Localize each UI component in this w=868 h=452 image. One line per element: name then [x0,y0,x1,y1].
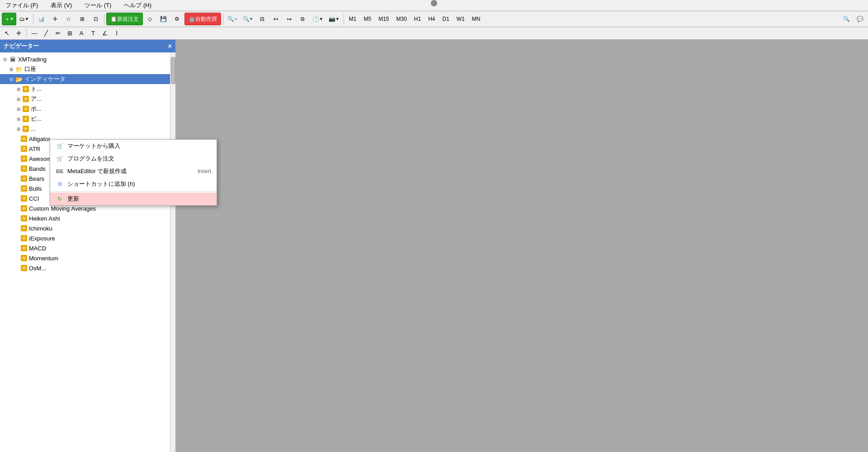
tree-indicator-osm[interactable]: ⚙ OsM... [0,263,175,273]
text-tool[interactable]: A [76,28,86,38]
fib-tool[interactable]: ⌇ [112,28,122,38]
crosshair-button[interactable]: ✛ [49,13,61,25]
copy-chart-button[interactable]: ⧉ [297,13,309,25]
pen-tool[interactable]: ✏ [53,28,63,38]
chat-button[interactable]: 💬 [854,13,866,25]
timeframe-h4[interactable]: H4 [425,14,438,24]
auto-sell-button[interactable]: 🤖 自動売買 [184,13,221,25]
settings-button[interactable]: ⚙ [171,13,184,25]
new-order-label: 新規注文 [117,15,139,23]
menu-view[interactable]: 表示 (V) [49,0,74,10]
label-tool[interactable]: T [88,28,98,38]
timeframe-d1[interactable]: D1 [439,14,453,24]
grid-button[interactable]: ⊞ [76,13,89,25]
subfolder-3-icon: ⚙ [23,116,29,122]
tree-indicators[interactable]: ⊟ 📂 インディケータ [0,74,175,84]
chart-type-button[interactable]: 📊 [35,13,48,25]
tree-accounts[interactable]: ⊞ 📁 口座 [0,64,175,74]
scroll-left-button[interactable]: ↤ [269,13,282,25]
zoom-in-button[interactable]: 🔍+ [241,13,255,25]
cursor-icon: ⊡ [94,16,98,22]
profile-button[interactable]: 🗂 ▼ [17,13,31,25]
accounts-folder-icon: 📁 [15,66,23,73]
indicator-cci-icon: ⚙ [21,195,27,202]
channel-tool[interactable]: ⊞ [65,28,75,38]
angle-tool[interactable]: ∠ [100,28,110,38]
indicator-ichimoku-icon: ⚙ [21,225,27,231]
tree-root-xmtrading[interactable]: ⊟ 🏛 XMTrading [0,54,175,64]
indicator-bears-icon: ⚙ [21,175,27,182]
subfolder-4-label: ... [31,126,36,132]
context-menu: 🛒 マーケットから購入 🛒 プログラムを注文 IDE MetaEditor で新… [50,139,217,206]
crosshair-tool[interactable]: ✛ [14,28,24,38]
add-button[interactable]: ＋ ▼ [2,13,16,25]
tree-subfolder-2[interactable]: ⊞ ⚙ ポ... [0,104,175,114]
arrow-tool[interactable]: ↖ [2,28,12,38]
indicator-iexposure-icon: ⚙ [21,235,27,241]
delete-button[interactable]: ◇ [144,13,156,25]
navigator-header: ナビゲーター × [0,40,175,52]
ctx-refresh-icon: ↻ [56,195,64,202]
tree-subfolder-3[interactable]: ⊞ ⚙ ビ... [0,114,175,124]
menu-tools[interactable]: ツール (T) [83,0,113,10]
navigator-panel: ナビゲーター × ⊟ 🏛 XMTrading ⊞ 📁 口座 ⊟ 📂 インディケー… [0,40,176,452]
tree-indicator-ichimoku[interactable]: ⚙ Ichimoku [0,223,175,233]
indicator-bulls-icon: ⚙ [21,185,27,192]
scrollbar-thumb[interactable] [171,57,175,84]
indicator-bulls-label: Bulls [29,185,42,192]
pen-icon: ✏ [56,30,61,37]
navigator-content[interactable]: ⊟ 🏛 XMTrading ⊞ 📁 口座 ⊟ 📂 インディケータ ⊞ ⚙ ト..… [0,52,175,452]
timeframe-m1[interactable]: M1 [346,14,360,24]
zoom-in-icon: 🔍+ [243,16,253,22]
timeframe-h1[interactable]: H1 [411,14,424,24]
search-button[interactable]: 🔍 [840,13,853,25]
zoom-out-icon: 🔍− [227,16,237,22]
subfolder-0-icon: ⚙ [23,86,29,92]
zoom-out-button[interactable]: 🔍− [225,13,240,25]
expand-icon-root: ⊟ [2,56,8,62]
hline-icon: — [32,30,38,37]
menu-help[interactable]: ヘルプ (H) [122,0,153,10]
ctx-order-program[interactable]: 🛒 プログラムを注文 [50,152,217,165]
indicator-atr-label: ATR [29,146,40,152]
new-order-button[interactable]: 📋 新規注文 [106,13,143,25]
ctx-add-shortcut[interactable]: ⧉ ショートカットに追加 (h) [50,178,217,190]
screenshot-button[interactable]: 📷 ▼ [326,13,342,25]
time-button[interactable]: 🕐 ▼ [310,13,326,25]
timeframe-m30[interactable]: M30 [393,14,410,24]
ctx-buy-from-market[interactable]: 🛒 マーケットから購入 [50,140,217,152]
navigator-close-button[interactable]: × [168,42,172,50]
chart-grid-button[interactable]: ⊟ [256,13,269,25]
navigator-scrollbar[interactable] [170,52,175,452]
expand-icon-indicators: ⊟ [8,76,14,82]
tree-subfolder-4[interactable]: ⊞ ⚙ ... [0,124,175,134]
tree-indicator-iexposure[interactable]: ⚙ iExposure [0,233,175,243]
timeframe-m5[interactable]: M5 [360,14,374,24]
toolbar-separator-4 [344,14,344,24]
tree-indicator-momentum[interactable]: ⚙ Momentum [0,253,175,263]
line-tool[interactable]: ╱ [41,28,51,38]
favorite-button[interactable]: ☆ [62,13,75,25]
expand-icon-sub4: ⊞ [15,126,22,132]
timeframe-w1[interactable]: W1 [453,14,468,24]
indicator-bands-icon: ⚙ [21,165,27,172]
menu-file[interactable]: ファイル (F) [4,0,40,10]
template-button[interactable]: 💾 [157,13,170,25]
tree-subfolder-1[interactable]: ⊞ ⚙ ア... [0,94,175,104]
scroll-right-button[interactable]: ↦ [283,13,296,25]
cursor-button[interactable]: ⊡ [90,13,102,25]
ctx-refresh-label: 更新 [67,195,79,203]
tree-indicator-macd[interactable]: ⚙ MACD [0,243,175,253]
chart-area [176,40,868,452]
tree-indicator-heiken-ashi[interactable]: ⚙ Heiken Ashi [0,213,175,223]
ctx-refresh[interactable]: ↻ 更新 [50,193,217,205]
ctx-new-metaeditor[interactable]: IDE MetaEditor で新規作成 Insert [50,165,217,178]
timeframe-m15[interactable]: M15 [375,14,392,24]
tree-subfolder-0[interactable]: ⊞ ⚙ ト... [0,84,175,94]
crosshair2-icon: ✛ [16,30,21,37]
ctx-cart-icon-1: 🛒 [56,142,64,150]
auto-sell-icon: 🤖 [189,16,195,22]
indicator-custom-ma-label: Custom Moving Averages [29,205,96,212]
timeframe-mn[interactable]: MN [469,14,484,24]
hline-tool[interactable]: — [29,28,39,38]
